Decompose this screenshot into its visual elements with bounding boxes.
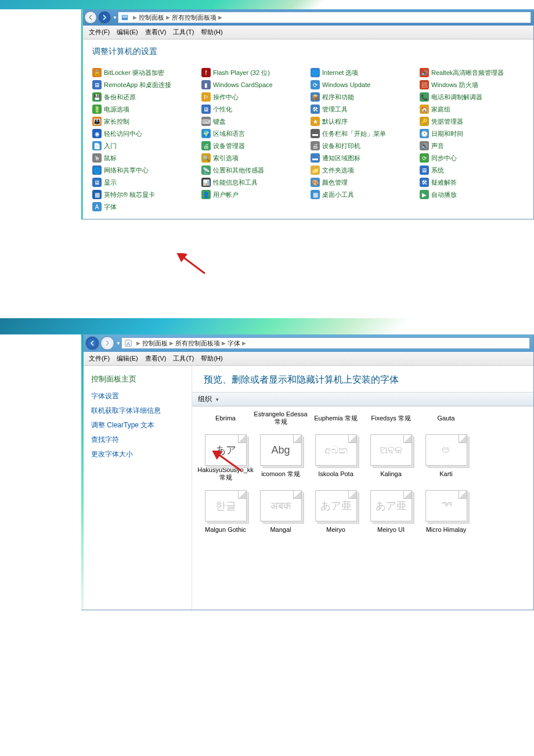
sidebar-link-change-font-size[interactable]: 更改字体大小 bbox=[91, 449, 182, 459]
menu-file[interactable]: 文件(F) bbox=[85, 353, 113, 364]
cp-item-display[interactable]: 🖥显示 bbox=[92, 177, 196, 188]
cp-item-windows-cardspace[interactable]: ▮Windows CardSpace bbox=[201, 80, 305, 90]
breadcrumb-fonts[interactable]: 字体 bbox=[228, 339, 240, 348]
nav-back-button[interactable] bbox=[84, 11, 97, 24]
font-item[interactable]: අබකIskoola Pota bbox=[308, 433, 363, 482]
cp-item-power-options[interactable]: 🔋电源选项 bbox=[92, 104, 196, 114]
cp-item-label: 英特尔® 核芯显卡 bbox=[104, 190, 155, 199]
cp-item-sync-center[interactable]: ⟳同步中心 bbox=[420, 153, 523, 163]
cp-item-flash-player[interactable]: fFlash Player (32 位) bbox=[201, 67, 305, 78]
font-item[interactable]: अबकMangal bbox=[253, 489, 308, 538]
sidebar-link-font-settings[interactable]: 字体设置 bbox=[91, 391, 182, 401]
font-item[interactable]: Fixedsys 常规 bbox=[363, 410, 418, 426]
cp-item-admin-tools[interactable]: 🛠管理工具 bbox=[311, 104, 414, 114]
cp-item-label: 备份和还原 bbox=[104, 93, 136, 102]
breadcrumb-path[interactable]: ▶ 控制面板 ▶ 所有控制面板项 ▶ bbox=[118, 12, 531, 23]
cp-item-fonts[interactable]: A字体 bbox=[92, 201, 196, 212]
cp-item-desktop-gadgets[interactable]: ▦桌面小工具 bbox=[311, 189, 414, 200]
cp-item-intel-graphics[interactable]: ▦英特尔® 核芯显卡 bbox=[92, 189, 196, 200]
font-item[interactable]: あアHakusyuSousyo_kk 常规 bbox=[198, 433, 253, 482]
cp-item-user-accounts[interactable]: 👤用户帐户 bbox=[201, 189, 305, 200]
menu-edit[interactable]: 编辑(E) bbox=[113, 27, 142, 38]
cp-item-performance-tools[interactable]: 📊性能信息和工具 bbox=[201, 177, 305, 188]
cp-item-windows-firewall[interactable]: 🧱Windows 防火墙 bbox=[420, 80, 523, 90]
cp-item-region-language[interactable]: 🌍区域和语言 bbox=[201, 128, 305, 139]
cp-item-action-center[interactable]: 🏳操作中心 bbox=[201, 92, 305, 102]
font-item[interactable]: 한글Malgun Gothic bbox=[198, 489, 253, 538]
cp-item-location-sensors[interactable]: 📡位置和其他传感器 bbox=[201, 165, 305, 175]
cp-item-getting-started[interactable]: 📄入门 bbox=[92, 141, 196, 151]
cp-item-ease-of-access[interactable]: ◉轻松访问中心 bbox=[92, 128, 196, 139]
nav-back-button[interactable] bbox=[85, 336, 99, 350]
cp-item-parental-controls[interactable]: 👪家长控制 bbox=[92, 116, 196, 127]
cp-item-windows-update[interactable]: ⟳Windows Update bbox=[311, 80, 414, 90]
page-title: 调整计算机的设置 bbox=[92, 46, 523, 57]
cp-item-troubleshooting[interactable]: 🛠疑难解答 bbox=[420, 177, 523, 188]
breadcrumb-control-panel[interactable]: 控制面板 bbox=[142, 339, 168, 348]
breadcrumb-all-items[interactable]: 所有控制面板项 bbox=[172, 13, 217, 22]
cp-item-programs-features[interactable]: 📦程序和功能 bbox=[311, 92, 414, 102]
menu-edit[interactable]: 编辑(E) bbox=[113, 353, 142, 364]
font-preview-tile: ଅବକ bbox=[370, 434, 412, 466]
sidebar-link-find-char[interactable]: 查找字符 bbox=[91, 435, 182, 445]
nav-history-dropdown[interactable]: ▼ bbox=[112, 15, 118, 20]
menu-view[interactable]: 查看(V) bbox=[142, 27, 170, 38]
cp-item-devices-printers[interactable]: 🖨设备和打印机 bbox=[311, 141, 414, 151]
cp-item-remoteapp[interactable]: 🖥RemoteApp 和桌面连接 bbox=[92, 80, 196, 90]
cp-item-keyboard[interactable]: ⌨键盘 bbox=[201, 116, 305, 127]
font-item[interactable]: Gauta bbox=[418, 410, 474, 426]
cp-item-default-programs[interactable]: ★默认程序 bbox=[311, 116, 414, 127]
menu-help[interactable]: 帮助(H) bbox=[197, 353, 226, 364]
content-area: 调整计算机的设置 🔒BitLocker 驱动器加密fFlash Player (… bbox=[82, 39, 533, 219]
nav-forward-button[interactable] bbox=[98, 11, 111, 24]
font-item[interactable]: Ebrima bbox=[198, 410, 253, 426]
cp-item-bitlocker[interactable]: 🔒BitLocker 驱动器加密 bbox=[92, 67, 196, 78]
menu-help[interactable]: 帮助(H) bbox=[197, 27, 226, 38]
font-item[interactable]: ཀཁMicro Himalay bbox=[418, 489, 474, 538]
cp-item-folder-options[interactable]: 📁文件夹选项 bbox=[311, 165, 414, 175]
cp-item-system[interactable]: 🖥系统 bbox=[420, 165, 523, 175]
font-item[interactable]: Estrangelo Edessa 常规 bbox=[253, 410, 308, 426]
font-item[interactable]: あア亜Meiryo UI bbox=[363, 489, 418, 538]
sidebar-link-online-font-info[interactable]: 联机获取字体详细信息 bbox=[91, 406, 182, 416]
cp-item-internet-options[interactable]: 🌐Internet 选项 bbox=[311, 67, 414, 78]
breadcrumb-path[interactable]: A ▶ 控制面板 ▶ 所有控制面板项 ▶ 字体 ▶ bbox=[121, 337, 530, 349]
cp-item-homegroup[interactable]: 🏠家庭组 bbox=[420, 104, 523, 114]
font-item[interactable]: あア亜Meiryo bbox=[308, 489, 363, 538]
organize-button[interactable]: 组织 ▼ bbox=[192, 392, 533, 406]
cp-item-credential-manager[interactable]: 🔑凭据管理器 bbox=[420, 116, 523, 127]
font-item[interactable]: ଅବକKalinga bbox=[363, 433, 418, 482]
menu-tools[interactable]: 工具(T) bbox=[169, 27, 197, 38]
cp-item-device-manager[interactable]: 🖨设备管理器 bbox=[201, 141, 305, 151]
cp-item-phone-modem[interactable]: 📞电话和调制解调器 bbox=[420, 92, 523, 102]
cp-item-realtek-audio[interactable]: 🔊Realtek高清晰音频管理器 bbox=[420, 67, 523, 78]
cp-item-network-sharing[interactable]: 🌐网络和共享中心 bbox=[92, 165, 196, 175]
menu-view[interactable]: 查看(V) bbox=[142, 353, 170, 364]
font-name-label: Euphemia 常规 bbox=[308, 410, 363, 426]
window-left-edge bbox=[81, 334, 84, 610]
nav-forward-button[interactable] bbox=[100, 336, 114, 350]
breadcrumb-all-items[interactable]: 所有控制面板项 bbox=[175, 339, 220, 348]
cp-item-indexing-options[interactable]: 🔍索引选项 bbox=[201, 153, 305, 163]
font-item[interactable]: Abgicomoon 常规 bbox=[253, 433, 308, 482]
nav-history-dropdown[interactable]: ▼ bbox=[116, 341, 121, 346]
menu-tools[interactable]: 工具(T) bbox=[169, 353, 197, 364]
menu-file[interactable]: 文件(F) bbox=[85, 27, 113, 38]
cp-item-backup-restore[interactable]: 💾备份和还原 bbox=[92, 92, 196, 102]
font-name-label: Meiryo bbox=[308, 521, 363, 538]
cp-item-color-management[interactable]: 🎨颜色管理 bbox=[311, 177, 414, 188]
cp-item-taskbar-start[interactable]: ▬任务栏和「开始」菜单 bbox=[311, 128, 414, 139]
cp-item-personalization[interactable]: 🖥个性化 bbox=[201, 104, 305, 114]
cp-item-notification-icons[interactable]: ▬通知区域图标 bbox=[311, 153, 414, 163]
font-item[interactable]: ಅKarti bbox=[418, 433, 474, 482]
cp-item-sound[interactable]: 🔊声音 bbox=[420, 141, 523, 151]
cp-item-mouse[interactable]: 🖱鼠标 bbox=[92, 153, 196, 163]
cp-item-date-time[interactable]: 🕐日期和时间 bbox=[420, 128, 523, 139]
font-item[interactable]: Euphemia 常规 bbox=[308, 410, 363, 426]
main-pane: 预览、删除或者显示和隐藏计算机上安装的字体 组织 ▼ EbrimaEstrang… bbox=[192, 366, 533, 610]
breadcrumb-control-panel[interactable]: 控制面板 bbox=[139, 13, 164, 22]
cp-item-autoplay[interactable]: ▶自动播放 bbox=[420, 189, 523, 200]
sidebar-link-adjust-cleartype[interactable]: 调整 ClearType 文本 bbox=[91, 420, 182, 430]
sidebar-home-link[interactable]: 控制面板主页 bbox=[91, 374, 182, 384]
cp-item-label: Flash Player (32 位) bbox=[213, 69, 270, 77]
